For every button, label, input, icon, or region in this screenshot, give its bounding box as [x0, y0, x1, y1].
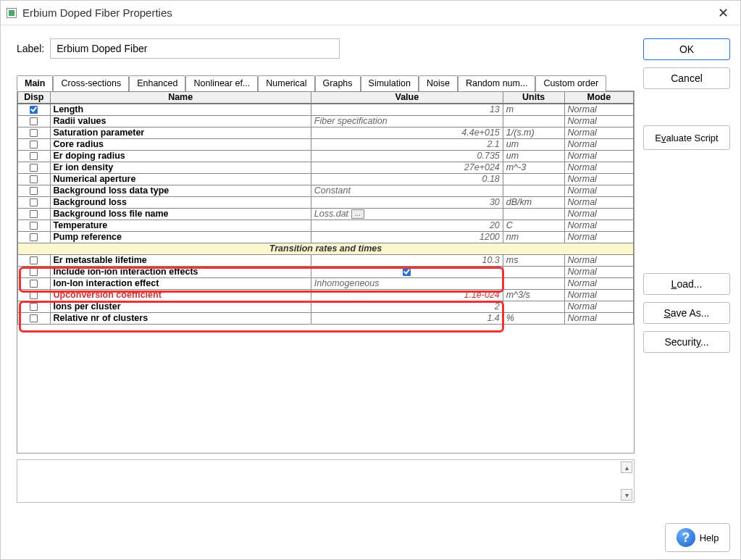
tab-nonlinear-ef[interactable]: Nonlinear ef... — [185, 75, 258, 91]
col-mode[interactable]: Mode — [564, 92, 633, 104]
help-button[interactable]: ? Help — [665, 523, 730, 552]
scroll-down-icon[interactable]: ▾ — [621, 489, 632, 501]
col-disp[interactable]: Disp — [18, 92, 51, 104]
param-mode[interactable]: Normal — [564, 232, 633, 243]
disp-checkbox[interactable] — [18, 209, 51, 220]
param-mode[interactable]: Normal — [564, 128, 633, 139]
param-value[interactable] — [311, 267, 503, 278]
param-value[interactable]: 4.4e+015 — [311, 128, 503, 139]
disp-checkbox[interactable] — [18, 278, 51, 290]
label-input[interactable] — [50, 38, 340, 59]
scroll-up-icon[interactable]: ▴ — [621, 461, 632, 473]
param-row[interactable]: Relative nr of clusters1.4%Normal — [18, 313, 634, 325]
param-value[interactable]: Fiber specification — [311, 116, 503, 128]
param-row[interactable]: Er metastable lifetime10.3msNormal — [18, 255, 634, 267]
param-mode[interactable]: Normal — [564, 255, 633, 267]
col-units[interactable]: Units — [503, 92, 564, 104]
param-value[interactable]: 10.3 — [311, 255, 503, 267]
param-row[interactable]: Radii valuesFiber specificationNormal — [18, 116, 634, 128]
param-mode[interactable]: Normal — [564, 267, 633, 278]
tab-numerical[interactable]: Numerical — [258, 75, 314, 91]
param-value[interactable]: 2 — [311, 301, 503, 313]
param-row[interactable]: Include ion-ion interaction effectsNorma… — [18, 267, 634, 278]
param-mode[interactable]: Normal — [564, 278, 633, 290]
param-row[interactable]: Er doping radius0.735umNormal — [18, 151, 634, 162]
param-row[interactable]: Pump reference1200nmNormal — [18, 232, 634, 243]
param-mode[interactable]: Normal — [564, 162, 633, 174]
param-row[interactable]: Upconversion coefficient1.1e-024m^3/sNor… — [18, 290, 634, 301]
disp-checkbox[interactable] — [18, 139, 51, 151]
param-mode[interactable]: Normal — [564, 139, 633, 151]
security-button[interactable]: Security... — [643, 331, 730, 353]
tab-cross-sections[interactable]: Cross-sections — [53, 75, 129, 91]
param-row[interactable]: Background loss file nameLoss.dat...Norm… — [18, 209, 634, 220]
param-row[interactable]: Background loss data typeConstantNormal — [18, 185, 634, 197]
tab-noise[interactable]: Noise — [419, 75, 458, 91]
disp-checkbox[interactable] — [18, 255, 51, 267]
tab-main[interactable]: Main — [17, 75, 53, 91]
param-value[interactable]: 20 — [311, 220, 503, 232]
param-value[interactable]: 0.18 — [311, 174, 503, 185]
param-mode[interactable]: Normal — [564, 313, 633, 325]
load-button[interactable]: Load... — [643, 273, 730, 295]
disp-checkbox[interactable] — [18, 116, 51, 128]
disp-checkbox[interactable] — [18, 151, 51, 162]
tab-graphs[interactable]: Graphs — [315, 75, 361, 91]
cancel-button[interactable]: Cancel — [643, 67, 730, 89]
param-value[interactable]: 2.1 — [311, 139, 503, 151]
param-row[interactable]: Length13mNormal — [18, 104, 634, 116]
disp-checkbox[interactable] — [18, 267, 51, 278]
param-row[interactable]: Ion-Ion interaction effectInhomogeneousN… — [18, 278, 634, 290]
tab-random-num[interactable]: Random num... — [458, 75, 535, 91]
col-value[interactable]: Value — [311, 92, 503, 104]
param-mode[interactable]: Normal — [564, 220, 633, 232]
disp-checkbox[interactable] — [18, 162, 51, 174]
param-value[interactable]: 1200 — [311, 232, 503, 243]
param-mode[interactable]: Normal — [564, 104, 633, 116]
tab-enhanced[interactable]: Enhanced — [129, 75, 185, 91]
disp-checkbox[interactable] — [18, 128, 51, 139]
disp-checkbox[interactable] — [18, 313, 51, 325]
disp-checkbox[interactable] — [18, 232, 51, 243]
disp-checkbox[interactable] — [18, 220, 51, 232]
evaluate-script-button[interactable]: Evaluate Script — [643, 125, 730, 150]
param-value[interactable]: 0.735 — [311, 151, 503, 162]
param-mode[interactable]: Normal — [564, 116, 633, 128]
param-value[interactable]: Constant — [311, 185, 503, 197]
browse-button[interactable]: ... — [351, 209, 364, 219]
param-mode[interactable]: Normal — [564, 174, 633, 185]
param-value[interactable]: Inhomogeneous — [311, 278, 503, 290]
param-row[interactable]: Ions per cluster2Normal — [18, 301, 634, 313]
param-mode[interactable]: Normal — [564, 197, 633, 209]
close-icon[interactable]: ✕ — [712, 2, 734, 24]
param-value[interactable]: 30 — [311, 197, 503, 209]
param-row[interactable]: Core radius2.1umNormal — [18, 139, 634, 151]
param-value[interactable]: Loss.dat... — [311, 209, 503, 220]
param-mode[interactable]: Normal — [564, 185, 633, 197]
param-row[interactable]: Numerical aperture0.18Normal — [18, 174, 634, 185]
param-mode[interactable]: Normal — [564, 290, 633, 301]
col-name[interactable]: Name — [50, 92, 311, 104]
param-row[interactable]: Er ion density27e+024m^-3Normal — [18, 162, 634, 174]
disp-checkbox[interactable] — [18, 197, 51, 209]
disp-checkbox[interactable] — [18, 174, 51, 185]
param-value[interactable]: 1.1e-024 — [311, 290, 503, 301]
tab-simulation[interactable]: Simulation — [361, 75, 419, 91]
param-mode[interactable]: Normal — [564, 209, 633, 220]
param-row[interactable]: Saturation parameter4.4e+0151/(s.m)Norma… — [18, 128, 634, 139]
ok-button[interactable]: OK — [643, 38, 730, 60]
disp-checkbox[interactable] — [18, 290, 51, 301]
param-mode[interactable]: Normal — [564, 151, 633, 162]
tab-custom-order[interactable]: Custom order — [535, 75, 606, 91]
param-value[interactable]: 13 — [311, 104, 503, 116]
disp-checkbox[interactable] — [18, 301, 51, 313]
param-mode[interactable]: Normal — [564, 301, 633, 313]
save-as-button[interactable]: Save As... — [643, 302, 730, 324]
script-output-box[interactable]: ▴ ▾ — [17, 459, 635, 503]
param-row[interactable]: Background loss30dB/kmNormal — [18, 197, 634, 209]
param-value[interactable]: 27e+024 — [311, 162, 503, 174]
disp-checkbox[interactable] — [18, 185, 51, 197]
param-value[interactable]: 1.4 — [311, 313, 503, 325]
disp-checkbox[interactable] — [18, 104, 51, 116]
param-row[interactable]: Temperature20CNormal — [18, 220, 634, 232]
